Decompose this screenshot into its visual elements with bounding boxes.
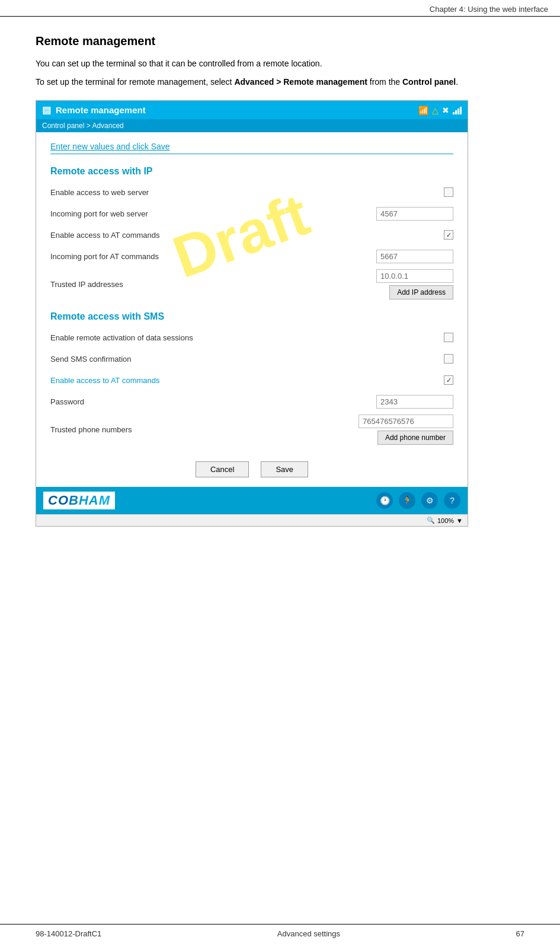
footer-icons: 🕐 🏃 ⚙ ? — [376, 492, 460, 509]
form-row-web-server-port: Incoming port for web server — [50, 205, 453, 222]
footer-bar: COBHAM 🕐 🏃 ⚙ ? — [36, 487, 468, 514]
ip-section-heading: Remote access with IP — [50, 166, 453, 177]
control-web-server-port — [376, 207, 453, 221]
chapter-title: Chapter 4: Using the web interface — [430, 5, 548, 14]
intro2-prefix: To set up the terminal for remote manage… — [36, 77, 234, 87]
breadcrumb-bar: Control panel > Advanced — [36, 119, 468, 132]
footer-doc-number: 98-140012-DraftC1 — [36, 929, 101, 938]
title-bar-menu-icon: ▤ — [42, 104, 51, 116]
label-trusted-phone: Trusted phone numbers — [50, 425, 359, 434]
label-web-server-enable: Enable access to web server — [50, 188, 444, 197]
form-row-at-port: Incoming port for AT commands — [50, 248, 453, 264]
help-icon[interactable]: ? — [444, 492, 460, 509]
intro-paragraph-2: To set up the terminal for remote manage… — [36, 76, 524, 88]
input-password[interactable] — [376, 395, 453, 409]
control-remote-activation — [444, 333, 453, 342]
form-row-at-enable-sms: Enable access to AT commands ✓ — [50, 372, 453, 388]
form-row-trusted-phone: Trusted phone numbers Add phone number — [50, 415, 453, 445]
checkbox-remote-activation[interactable] — [444, 333, 453, 342]
label-at-enable-ip: Enable access to AT commands — [50, 231, 444, 240]
control-trusted-phone: Add phone number — [359, 415, 453, 445]
title-bar-title: Remote management — [56, 105, 146, 115]
zoom-level: 100% — [437, 517, 454, 524]
checkbox-web-server-enable[interactable] — [444, 187, 453, 197]
cobham-logo: COBHAM — [43, 492, 115, 509]
label-sms-confirmation: Send SMS confirmation — [50, 355, 444, 364]
zoom-icon: 🔍 — [427, 517, 435, 524]
label-at-enable-sms: Enable access to AT commands — [50, 376, 444, 385]
footer-section-name: Advanced settings — [277, 929, 340, 938]
cancel-button[interactable]: Cancel — [196, 461, 249, 477]
title-bar-left: ▤ Remote management — [42, 104, 146, 116]
intro2-suffix: from the — [367, 77, 402, 87]
input-trusted-phone[interactable] — [359, 415, 453, 428]
antenna-icon: ✖ — [442, 106, 449, 115]
form-row-at-enable-ip: Enable access to AT commands ✓ — [50, 227, 453, 243]
control-trusted-ip: Add IP address — [376, 269, 453, 299]
sms-section: Remote access with SMS Enable remote act… — [50, 311, 453, 445]
page-header: Chapter 4: Using the web interface — [0, 0, 560, 17]
save-button[interactable]: Save — [261, 461, 308, 477]
label-trusted-ip: Trusted IP addresses — [50, 280, 376, 289]
signal-bars-icon — [453, 106, 462, 114]
form-row-trusted-ip: Trusted IP addresses Add IP address — [50, 269, 453, 299]
speedometer-icon[interactable]: 🏃 — [399, 492, 415, 509]
settings-icon[interactable]: ⚙ — [421, 492, 438, 509]
title-bar: ▤ Remote management 📶 △ ✖ — [36, 101, 468, 119]
label-password: Password — [50, 397, 376, 406]
control-sms-confirmation — [444, 354, 453, 364]
intro2-end: . — [456, 77, 458, 87]
label-remote-activation: Enable remote activation of data session… — [50, 333, 444, 342]
control-at-port — [376, 250, 453, 263]
form-row-web-server-enable: Enable access to web server — [50, 184, 453, 200]
control-password — [376, 395, 453, 409]
checkbox-sms-confirmation[interactable] — [444, 354, 453, 364]
clock-icon[interactable]: 🕐 — [376, 492, 393, 509]
label-web-server-port: Incoming port for web server — [50, 209, 376, 218]
form-row-password: Password — [50, 393, 453, 410]
ip-section: Remote access with IP Enable access to w… — [50, 166, 453, 299]
sms-section-heading: Remote access with SMS — [50, 311, 453, 322]
intro2-bold2: Control panel — [402, 77, 456, 87]
input-at-port[interactable] — [376, 250, 453, 263]
input-trusted-ip[interactable] — [376, 269, 453, 283]
add-ip-button[interactable]: Add IP address — [389, 285, 453, 299]
main-content: Remote management You can set up the ter… — [0, 17, 560, 574]
control-web-server-enable — [444, 187, 453, 197]
status-bar: 🔍 100% ▼ — [36, 514, 468, 526]
page-footer: 98-140012-DraftC1 Advanced settings 67 — [0, 924, 560, 938]
add-phone-button[interactable]: Add phone number — [377, 431, 453, 445]
input-web-server-port[interactable] — [376, 207, 453, 221]
checkbox-at-enable-ip[interactable]: ✓ — [444, 230, 453, 240]
content-panel: Enter new values and click Save Remote a… — [36, 132, 468, 487]
section-title: Remote management — [36, 34, 524, 48]
footer-page-number: 67 — [516, 929, 524, 938]
label-at-port: Incoming port for AT commands — [50, 252, 376, 261]
browser-screenshot: ▤ Remote management 📶 △ ✖ Control panel … — [36, 100, 468, 527]
wifi-icon: 📶 — [418, 106, 428, 115]
control-at-enable-ip: ✓ — [444, 230, 453, 240]
title-bar-icons: 📶 △ ✖ — [418, 106, 462, 115]
action-buttons: Cancel Save — [50, 457, 453, 477]
zoom-dropdown-icon[interactable]: ▼ — [456, 517, 463, 524]
form-row-sms-confirmation: Send SMS confirmation — [50, 350, 453, 367]
breadcrumb: Control panel > Advanced — [42, 122, 124, 130]
enter-values-link[interactable]: Enter new values and click Save — [50, 142, 453, 154]
control-at-enable-sms: ✓ — [444, 375, 453, 385]
intro2-bold: Advanced > Remote management — [234, 77, 367, 87]
alert-icon: △ — [432, 106, 439, 115]
form-row-remote-activation: Enable remote activation of data session… — [50, 329, 453, 346]
intro-paragraph-1: You can set up the terminal so that it c… — [36, 58, 524, 70]
checkbox-at-enable-sms[interactable]: ✓ — [444, 375, 453, 385]
